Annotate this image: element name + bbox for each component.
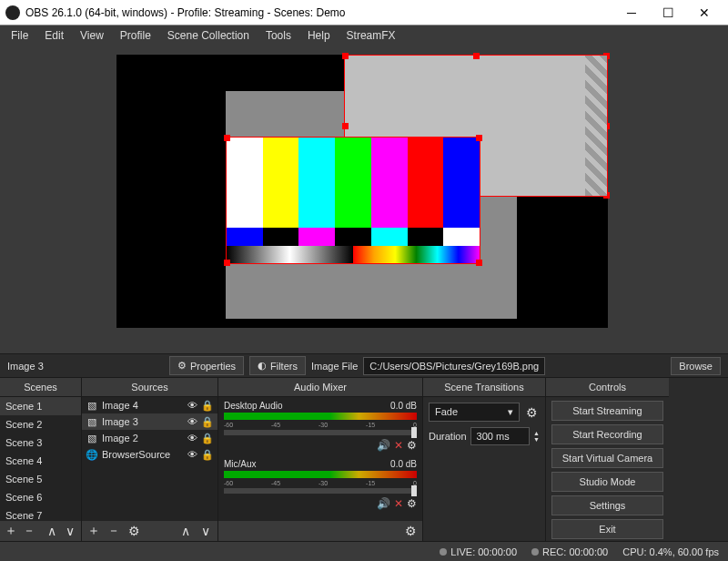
add-scene-button[interactable]: ＋ bbox=[4, 523, 18, 539]
move-up-button[interactable]: ∧ bbox=[45, 523, 59, 539]
status-dot-icon bbox=[440, 548, 447, 556]
lock-icon[interactable]: 🔒 bbox=[201, 416, 214, 428]
move-down-button[interactable]: ∨ bbox=[197, 523, 214, 539]
source-label: Image 3 bbox=[102, 416, 184, 427]
maximize-button[interactable]: ☐ bbox=[650, 2, 686, 24]
source-settings-button[interactable]: ⚙ bbox=[126, 523, 142, 539]
resize-handle[interactable] bbox=[603, 123, 610, 129]
image-icon: ▧ bbox=[86, 399, 98, 412]
filters-button[interactable]: ◐Filters bbox=[249, 356, 306, 375]
menu-tools[interactable]: Tools bbox=[258, 27, 298, 44]
menu-help[interactable]: Help bbox=[300, 27, 338, 44]
filters-icon: ◐ bbox=[258, 360, 267, 372]
scene-item[interactable]: Scene 7 bbox=[0, 506, 81, 521]
audio-mixer-panel: Audio Mixer Desktop Audio0.0 dB -60-45-3… bbox=[218, 378, 423, 541]
mixer-header: Audio Mixer bbox=[218, 378, 422, 397]
scenes-header: Scenes bbox=[0, 378, 81, 397]
rec-status: REC: 00:00:00 bbox=[531, 546, 608, 557]
preview-canvas[interactable] bbox=[116, 55, 608, 328]
transition-select[interactable]: Fade▾ bbox=[429, 403, 520, 422]
sources-header: Sources bbox=[82, 378, 217, 397]
audio-meter bbox=[224, 471, 417, 478]
controls-header: Controls bbox=[546, 378, 669, 397]
menu-edit[interactable]: Edit bbox=[37, 27, 71, 44]
spinner-up-icon[interactable]: ▲ bbox=[533, 430, 540, 436]
mute-icon[interactable]: ✕ bbox=[394, 439, 403, 452]
menubar: File Edit View Profile Scene Collection … bbox=[0, 26, 728, 46]
resize-handle[interactable] bbox=[342, 53, 349, 59]
resize-handle[interactable] bbox=[476, 135, 482, 141]
controls-panel: Controls Start Streaming Start Recording… bbox=[546, 378, 669, 541]
mixer-settings-button[interactable]: ⚙ bbox=[402, 523, 419, 539]
scenes-panel: Scenes Scene 1 Scene 2 Scene 3 Scene 4 S… bbox=[0, 378, 82, 541]
channel-settings-icon[interactable]: ⚙ bbox=[407, 439, 417, 452]
start-streaming-button[interactable]: Start Streaming bbox=[551, 401, 663, 421]
move-down-button[interactable]: ∨ bbox=[63, 523, 77, 539]
visibility-icon[interactable]: 👁 bbox=[187, 449, 197, 460]
speaker-icon[interactable]: 🔊 bbox=[377, 497, 390, 510]
resize-handle[interactable] bbox=[473, 53, 480, 59]
resize-handle[interactable] bbox=[342, 123, 349, 129]
visibility-icon[interactable]: 👁 bbox=[187, 400, 197, 411]
scene-item[interactable]: Scene 6 bbox=[0, 488, 81, 506]
menu-scene-collection[interactable]: Scene Collection bbox=[160, 27, 257, 44]
menu-view[interactable]: View bbox=[73, 27, 111, 44]
browse-button[interactable]: Browse bbox=[671, 357, 721, 375]
duration-spinner[interactable]: 300 ms bbox=[470, 427, 530, 445]
sources-list[interactable]: ▧ Image 4 👁 🔒 ▧ Image 3 👁 🔒 ▧ Image 2 👁 … bbox=[82, 397, 217, 521]
exit-button[interactable]: Exit bbox=[551, 519, 663, 539]
start-recording-button[interactable]: Start Recording bbox=[551, 424, 663, 444]
lock-icon[interactable]: 🔒 bbox=[201, 449, 214, 461]
resize-handle[interactable] bbox=[224, 135, 230, 141]
settings-button[interactable]: Settings bbox=[551, 495, 663, 515]
source-row[interactable]: 🌐 BrowserSource 👁 🔒 bbox=[82, 446, 217, 463]
channel-name: Desktop Audio bbox=[224, 401, 283, 411]
lock-icon[interactable]: 🔒 bbox=[201, 433, 214, 444]
spinner-down-icon[interactable]: ▼ bbox=[533, 436, 540, 443]
minimize-button[interactable]: ─ bbox=[613, 2, 650, 24]
remove-source-button[interactable]: － bbox=[106, 523, 122, 539]
remove-scene-button[interactable]: － bbox=[22, 523, 36, 539]
source-label: Image 4 bbox=[102, 400, 184, 411]
volume-slider[interactable] bbox=[224, 430, 417, 435]
menu-file[interactable]: File bbox=[4, 27, 35, 44]
source-row[interactable]: ▧ Image 2 👁 🔒 bbox=[82, 430, 217, 446]
volume-slider[interactable] bbox=[224, 488, 417, 494]
dock-panels: Scenes Scene 1 Scene 2 Scene 3 Scene 4 S… bbox=[0, 377, 728, 541]
scene-item[interactable]: Scene 2 bbox=[0, 415, 81, 434]
resize-handle[interactable] bbox=[603, 53, 610, 59]
scene-item[interactable]: Scene 4 bbox=[0, 452, 81, 470]
resize-handle[interactable] bbox=[603, 192, 610, 199]
scene-item[interactable]: Scene 5 bbox=[0, 470, 81, 488]
source-row[interactable]: ▧ Image 4 👁 🔒 bbox=[82, 397, 217, 413]
source-image4-colorbars[interactable] bbox=[226, 137, 480, 264]
resize-handle[interactable] bbox=[224, 260, 230, 266]
meter-scale: -60-45-30-150 bbox=[224, 480, 417, 486]
source-row[interactable]: ▧ Image 3 👁 🔒 bbox=[82, 413, 217, 430]
scenes-list[interactable]: Scene 1 Scene 2 Scene 3 Scene 4 Scene 5 … bbox=[0, 397, 81, 521]
move-up-button[interactable]: ∧ bbox=[177, 523, 194, 539]
channel-settings-icon[interactable]: ⚙ bbox=[407, 497, 417, 510]
preview-area[interactable] bbox=[0, 46, 728, 353]
image-file-path[interactable]: C:/Users/OBS/Pictures/Grey169B.png bbox=[363, 357, 545, 375]
properties-button[interactable]: ⚙Properties bbox=[169, 356, 244, 375]
menu-streamfx[interactable]: StreamFX bbox=[339, 27, 403, 44]
menu-profile[interactable]: Profile bbox=[113, 27, 158, 44]
status-dot-icon bbox=[531, 548, 539, 556]
mute-icon[interactable]: ✕ bbox=[394, 497, 403, 510]
visibility-icon[interactable]: 👁 bbox=[187, 416, 197, 427]
source-toolbar: Image 3 ⚙Properties ◐Filters Image File … bbox=[0, 353, 728, 377]
mixer-channel: Mic/Aux0.0 dB -60-45-30-150 🔊✕⚙ bbox=[218, 455, 422, 514]
transition-settings-button[interactable]: ⚙ bbox=[523, 404, 540, 421]
studio-mode-button[interactable]: Studio Mode bbox=[551, 472, 663, 492]
resize-handle[interactable] bbox=[476, 260, 482, 266]
close-button[interactable]: ✕ bbox=[686, 2, 723, 24]
start-virtual-camera-button[interactable]: Start Virtual Camera bbox=[551, 448, 663, 468]
speaker-icon[interactable]: 🔊 bbox=[377, 439, 390, 452]
visibility-icon[interactable]: 👁 bbox=[187, 433, 197, 444]
scene-item[interactable]: Scene 3 bbox=[0, 434, 81, 452]
live-status: LIVE: 00:00:00 bbox=[440, 546, 517, 557]
lock-icon[interactable]: 🔒 bbox=[201, 400, 214, 412]
add-source-button[interactable]: ＋ bbox=[86, 523, 102, 539]
scene-item[interactable]: Scene 1 bbox=[0, 397, 81, 415]
